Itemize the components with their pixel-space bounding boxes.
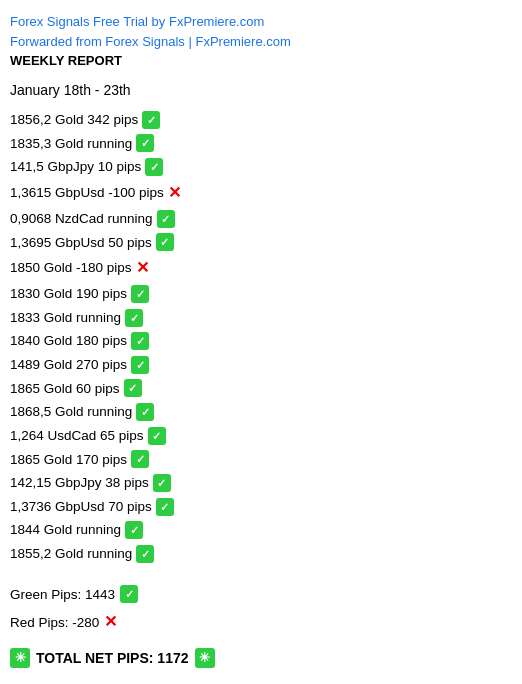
signal-item-13: 1,264 UsdCad 65 pips✓ xyxy=(10,424,512,448)
signal-icon-10: ✓ xyxy=(131,356,149,374)
signal-text-8: 1833 Gold running xyxy=(10,306,121,330)
signal-item-1: 1835,3 Gold running✓ xyxy=(10,132,512,156)
red-pips-label: Red Pips: -280 xyxy=(10,610,99,636)
signal-icon-13: ✓ xyxy=(148,427,166,445)
total-net-pips-line: ✳ TOTAL NET PIPS: 1172 ✳ xyxy=(10,648,512,668)
weekly-report-label: WEEKLY REPORT xyxy=(10,53,512,68)
signal-text-3: 1,3615 GbpUsd -100 pips xyxy=(10,181,164,205)
signal-icon-9: ✓ xyxy=(131,332,149,350)
signal-icon-6: ✕ xyxy=(136,254,149,282)
signal-icon-5: ✓ xyxy=(156,233,174,251)
signal-item-15: 142,15 GbpJpy 38 pips✓ xyxy=(10,471,512,495)
signal-icon-16: ✓ xyxy=(156,498,174,516)
signal-text-13: 1,264 UsdCad 65 pips xyxy=(10,424,144,448)
signal-text-6: 1850 Gold -180 pips xyxy=(10,256,132,280)
summary-section: Green Pips: 1443 ✓ Red Pips: -280 ✕ ✳ TO… xyxy=(10,582,512,668)
signal-icon-12: ✓ xyxy=(136,403,154,421)
signal-icon-3: ✕ xyxy=(168,179,181,207)
signal-icon-7: ✓ xyxy=(131,285,149,303)
signal-icon-4: ✓ xyxy=(157,210,175,228)
signal-text-1: 1835,3 Gold running xyxy=(10,132,132,156)
signal-text-5: 1,3695 GbpUsd 50 pips xyxy=(10,231,152,255)
signal-icon-18: ✓ xyxy=(136,545,154,563)
signal-item-17: 1844 Gold running✓ xyxy=(10,518,512,542)
signal-text-0: 1856,2 Gold 342 pips xyxy=(10,108,138,132)
signal-text-16: 1,3736 GbpUsd 70 pips xyxy=(10,495,152,519)
signal-item-2: 141,5 GbpJpy 10 pips✓ xyxy=(10,155,512,179)
signal-item-9: 1840 Gold 180 pips✓ xyxy=(10,329,512,353)
red-pips-icon: ✕ xyxy=(104,607,117,637)
signal-text-18: 1855,2 Gold running xyxy=(10,542,132,566)
signal-item-4: 0,9068 NzdCad running✓ xyxy=(10,207,512,231)
signal-item-8: 1833 Gold running✓ xyxy=(10,306,512,330)
signal-text-9: 1840 Gold 180 pips xyxy=(10,329,127,353)
header-line1[interactable]: Forex Signals Free Trial by FxPremiere.c… xyxy=(10,12,512,32)
signal-icon-11: ✓ xyxy=(124,379,142,397)
signal-item-7: 1830 Gold 190 pips✓ xyxy=(10,282,512,306)
signal-text-4: 0,9068 NzdCad running xyxy=(10,207,153,231)
header-line2[interactable]: Forwarded from Forex Signals | FxPremier… xyxy=(10,32,512,52)
signal-text-17: 1844 Gold running xyxy=(10,518,121,542)
signal-text-11: 1865 Gold 60 pips xyxy=(10,377,120,401)
date-range: January 18th - 23th xyxy=(10,82,512,98)
signal-item-5: 1,3695 GbpUsd 50 pips✓ xyxy=(10,231,512,255)
signal-item-6: 1850 Gold -180 pips✕ xyxy=(10,254,512,282)
signal-text-14: 1865 Gold 170 pips xyxy=(10,448,127,472)
signal-text-2: 141,5 GbpJpy 10 pips xyxy=(10,155,141,179)
signal-item-0: 1856,2 Gold 342 pips✓ xyxy=(10,108,512,132)
signal-text-12: 1868,5 Gold running xyxy=(10,400,132,424)
red-pips-line: Red Pips: -280 ✕ xyxy=(10,607,512,637)
signal-icon-1: ✓ xyxy=(136,134,154,152)
total-net-pips-label: TOTAL NET PIPS: 1172 xyxy=(36,650,189,666)
signal-item-11: 1865 Gold 60 pips✓ xyxy=(10,377,512,401)
signal-icon-14: ✓ xyxy=(131,450,149,468)
signal-list: 1856,2 Gold 342 pips✓1835,3 Gold running… xyxy=(10,108,512,566)
green-pips-label: Green Pips: 1443 xyxy=(10,582,115,608)
signal-item-18: 1855,2 Gold running✓ xyxy=(10,542,512,566)
signal-text-7: 1830 Gold 190 pips xyxy=(10,282,127,306)
signal-icon-2: ✓ xyxy=(145,158,163,176)
green-pips-icon: ✓ xyxy=(120,585,138,603)
signal-icon-15: ✓ xyxy=(153,474,171,492)
signal-item-10: 1489 Gold 270 pips✓ xyxy=(10,353,512,377)
signal-item-12: 1868,5 Gold running✓ xyxy=(10,400,512,424)
green-pips-line: Green Pips: 1443 ✓ xyxy=(10,582,512,608)
signal-icon-0: ✓ xyxy=(142,111,160,129)
total-asterisk-left: ✳ xyxy=(10,648,30,668)
signal-text-15: 142,15 GbpJpy 38 pips xyxy=(10,471,149,495)
signal-item-16: 1,3736 GbpUsd 70 pips✓ xyxy=(10,495,512,519)
signal-icon-8: ✓ xyxy=(125,309,143,327)
signal-text-10: 1489 Gold 270 pips xyxy=(10,353,127,377)
signal-item-14: 1865 Gold 170 pips✓ xyxy=(10,448,512,472)
signal-icon-17: ✓ xyxy=(125,521,143,539)
total-asterisk-right: ✳ xyxy=(195,648,215,668)
signal-item-3: 1,3615 GbpUsd -100 pips✕ xyxy=(10,179,512,207)
